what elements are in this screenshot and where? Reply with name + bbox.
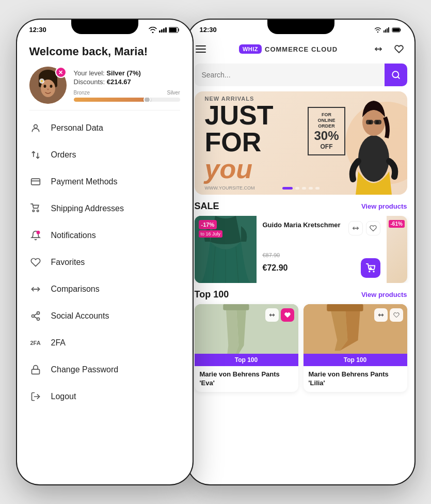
shipping-icon bbox=[29, 202, 42, 215]
top100-card-1-image: Top 100 bbox=[195, 304, 298, 366]
sidebar-item-notifications[interactable]: Notifications bbox=[17, 222, 193, 249]
battery-icon bbox=[169, 27, 180, 33]
search-wrap bbox=[195, 64, 407, 86]
add-to-cart-button[interactable] bbox=[361, 258, 380, 278]
right-phone: 12:30 bbox=[187, 20, 414, 484]
2fa-label-icon: 2FA bbox=[29, 340, 42, 346]
logout-label: Logout bbox=[51, 392, 76, 401]
sale-card-image: -17% to 16 July bbox=[195, 216, 257, 283]
sale-badge-to: to 16 July bbox=[199, 230, 223, 238]
header-actions bbox=[371, 42, 406, 56]
sidebar-item-personal-data[interactable]: Personal Data bbox=[17, 115, 193, 141]
battery-icon-right bbox=[392, 27, 402, 33]
top100-card-2-info: Marie von Behrens Pants 'Lilia' bbox=[304, 366, 407, 392]
top100-title: Top 100 bbox=[195, 289, 229, 300]
sale-card-info: Guido Maria Kretschmer bbox=[257, 216, 387, 283]
top100-card-2-actions bbox=[374, 308, 403, 322]
sidebar-item-logout[interactable]: Logout bbox=[17, 383, 193, 410]
brand-badge: WHIZ bbox=[239, 44, 262, 54]
top100-badge-2: Top 100 bbox=[304, 354, 407, 366]
dot-5[interactable] bbox=[315, 187, 320, 190]
sidebar-item-favorites[interactable]: Favorites bbox=[17, 249, 193, 276]
logout-icon bbox=[29, 390, 42, 403]
svg-rect-34 bbox=[366, 120, 373, 124]
sale-card-actions bbox=[348, 221, 380, 235]
top100-card-1-overlay bbox=[195, 304, 298, 326]
banner[interactable]: NEW ARRIVALS JUST FOR you WWW.YOURSITE.C… bbox=[195, 91, 407, 195]
sale-cards: -17% to 16 July Guido Maria Kretschmer bbox=[187, 216, 414, 283]
progress-thumb bbox=[143, 98, 151, 102]
welcome-title: Welcome back, Maria! bbox=[29, 45, 180, 58]
dot-3[interactable] bbox=[302, 187, 306, 190]
swap-button[interactable] bbox=[371, 42, 386, 56]
banner-website: WWW.YOURSITE.COM bbox=[205, 185, 274, 191]
top100-compare-1[interactable] bbox=[265, 308, 279, 322]
search-button[interactable] bbox=[385, 64, 407, 86]
top100-heart-1[interactable] bbox=[281, 308, 294, 322]
left-status-time: 12:30 bbox=[29, 26, 46, 34]
banner-percent: 30% bbox=[314, 129, 339, 143]
person-icon bbox=[29, 122, 42, 134]
sidebar-item-2fa[interactable]: 2FA 2FA bbox=[17, 329, 193, 356]
top100-badge-1: Top 100 bbox=[195, 354, 298, 366]
wifi-icon-right bbox=[374, 27, 381, 33]
search-input[interactable] bbox=[195, 66, 385, 84]
banner-for-online: FORONLINEORDER bbox=[314, 112, 339, 129]
svg-rect-22 bbox=[384, 30, 385, 33]
progress-label-silver: Silver bbox=[167, 90, 180, 96]
sale-view-products[interactable]: View products bbox=[361, 202, 407, 210]
sale-title: SALE bbox=[195, 201, 219, 212]
right-status-time: 12:30 bbox=[200, 26, 217, 34]
svg-rect-25 bbox=[388, 27, 389, 33]
sidebar-item-comparisons[interactable]: Comparisons bbox=[17, 276, 193, 303]
sidebar-item-social-accounts[interactable]: Social Accounts bbox=[17, 303, 193, 329]
favorites-label: Favorites bbox=[51, 258, 85, 267]
sidebar-item-orders[interactable]: Orders bbox=[17, 141, 193, 168]
welcome-header: Welcome back, Maria! bbox=[17, 37, 193, 110]
top100-card-1[interactable]: Top 100 Marie von Behrens Pants 'Eva' bbox=[195, 304, 298, 392]
avatar-badge[interactable]: × bbox=[55, 67, 67, 78]
svg-point-30 bbox=[358, 135, 389, 182]
svg-rect-13 bbox=[31, 179, 40, 185]
orders-label: Orders bbox=[51, 150, 76, 160]
avatar-wrap[interactable]: × bbox=[29, 67, 67, 104]
banner-discount-box: FORONLINEORDER 30% OFF bbox=[308, 107, 345, 155]
wishlist-button[interactable] bbox=[392, 42, 406, 56]
dot-2[interactable] bbox=[295, 187, 299, 190]
progress-bar bbox=[74, 98, 180, 102]
progress-label-bronze: Bronze bbox=[74, 90, 90, 96]
profile-section: × Your level: Silver (7%) Discounts: €21… bbox=[29, 67, 180, 104]
signal-icon-right bbox=[384, 27, 390, 33]
compare-card-button[interactable] bbox=[348, 221, 363, 235]
sidebar-item-change-password[interactable]: Change Password bbox=[17, 356, 193, 383]
left-phone: 12:30 bbox=[17, 20, 193, 484]
comparisons-label: Comparisons bbox=[51, 285, 100, 294]
top100-compare-2[interactable] bbox=[374, 308, 388, 322]
sale-card-1[interactable]: -17% to 16 July Guido Maria Kretschmer bbox=[195, 216, 407, 283]
payment-icon bbox=[29, 176, 42, 188]
top100-heart-2[interactable] bbox=[390, 308, 403, 322]
sidebar-item-payment-methods[interactable]: Payment Methods bbox=[17, 168, 193, 195]
hamburger-line-3 bbox=[196, 52, 206, 53]
personal-data-label: Personal Data bbox=[51, 123, 103, 133]
signal-icon bbox=[159, 27, 167, 33]
right-header: WHIZ COMMERCE CLOUD bbox=[187, 37, 414, 61]
svg-rect-1 bbox=[169, 28, 177, 32]
banner-model bbox=[335, 91, 407, 195]
top100-card-1-name: Marie von Behrens Pants 'Eva' bbox=[200, 370, 293, 388]
banner-text: NEW ARRIVALS JUST FOR you WWW.YOURSITE.C… bbox=[195, 91, 284, 195]
level-text: Your level: Silver (7%) bbox=[74, 69, 180, 77]
right-status-icons bbox=[374, 27, 402, 33]
dot-4[interactable] bbox=[309, 187, 313, 190]
hamburger-menu[interactable] bbox=[196, 45, 206, 53]
divider bbox=[29, 110, 180, 111]
svg-point-16 bbox=[36, 231, 40, 234]
top100-card-2[interactable]: Top 100 Marie von Behrens Pants 'Lilia' bbox=[304, 304, 407, 392]
dot-1[interactable] bbox=[282, 187, 293, 190]
wifi-icon bbox=[149, 27, 157, 33]
top100-view-products[interactable]: View products bbox=[361, 291, 407, 298]
top100-card-2-overlay bbox=[304, 304, 407, 326]
sidebar-item-shipping-addresses[interactable]: Shipping Addresses bbox=[17, 195, 193, 222]
heart-card-button[interactable] bbox=[366, 221, 380, 235]
change-password-label: Change Password bbox=[51, 365, 119, 374]
